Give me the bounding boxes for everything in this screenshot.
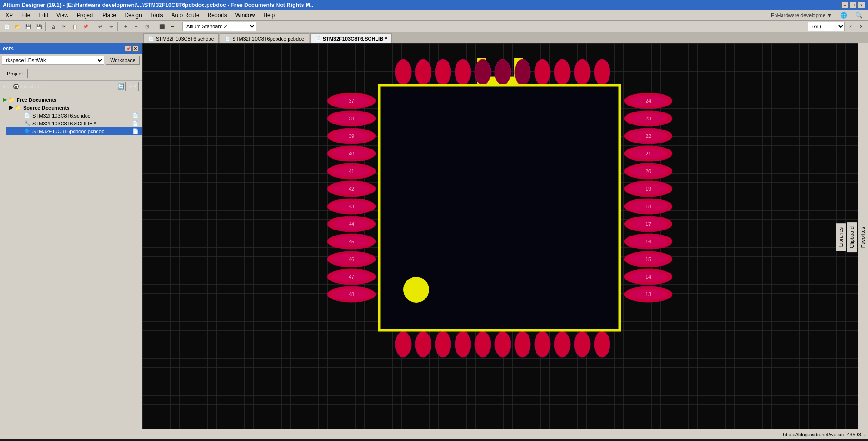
statusbar: https://blog.csdn.net/weixin_43598... xyxy=(0,429,868,439)
svg-text:44: 44 xyxy=(348,221,354,227)
sep3 xyxy=(117,22,119,31)
tree-item-schdoc[interactable]: 📄 STM32F103C8T6.schdoc 📄 xyxy=(6,112,142,119)
tb-wire[interactable]: ━ xyxy=(167,21,178,31)
svg-text:39: 39 xyxy=(348,133,354,139)
menu-edit[interactable]: Edit xyxy=(35,11,52,19)
pcbdoc-file-name: STM32F10C8T6pcbdoc.pcbdoc xyxy=(32,129,104,134)
tabbar: 📄 STM32F103C8T6.schdoc 📄 STM32F10C8T6pcb… xyxy=(0,32,868,43)
tree-item-schlib[interactable]: 🔧 STM32F103C8T6.SCHLIB * 📄 xyxy=(6,119,142,127)
titlebar: Altium Designer (19.1) - [E:\Hardware de… xyxy=(0,0,868,10)
tb-save[interactable]: 💾 xyxy=(23,21,33,31)
svg-point-94 xyxy=(554,331,570,357)
svg-text:24: 24 xyxy=(645,98,651,104)
menu-tools[interactable]: Tools xyxy=(147,11,167,19)
svg-text:22: 22 xyxy=(645,133,651,139)
svg-text:48: 48 xyxy=(348,292,354,297)
tab-schlib[interactable]: 📄 STM32F103C8T6.SCHLIB * xyxy=(310,33,392,43)
menu-file[interactable]: File xyxy=(18,11,34,19)
tb-saveall[interactable]: 💾 xyxy=(34,21,44,31)
sidebar-clipboard[interactable]: Clipboard xyxy=(847,222,857,252)
structure-radio[interactable] xyxy=(13,84,19,89)
menu-view[interactable]: View xyxy=(53,11,72,19)
tb-open[interactable]: 📂 xyxy=(12,21,23,31)
tree-item-pcbdoc[interactable]: 🔷 STM32F10C8T6pcbdoc.pcbdoc 📄 xyxy=(6,127,142,135)
free-documents-section: ▶ 📁 Free Documents ▶ 📁 Source Documents … xyxy=(0,95,142,136)
panel-close-button[interactable]: ✕ xyxy=(132,45,139,52)
menu-design[interactable]: Design xyxy=(121,11,145,19)
svg-text:16: 16 xyxy=(645,239,651,244)
menu-reports[interactable]: Reports xyxy=(204,11,231,19)
workspace-select[interactable]: rkspace1.DsnWrk xyxy=(2,56,104,65)
tb-undo[interactable]: ↩ xyxy=(95,21,105,31)
menu-autoroute[interactable]: Auto Route xyxy=(168,11,203,19)
pcb-canvas[interactable]: 37 38 39 40 41 42 43 44 45 xyxy=(142,43,858,429)
schlib-file-name: STM32F103C8T6.SCHLIB * xyxy=(32,121,96,126)
menu-window[interactable]: Window xyxy=(232,11,259,19)
menu-place[interactable]: Place xyxy=(98,11,120,19)
free-documents-header[interactable]: ▶ 📁 Free Documents xyxy=(0,96,142,104)
svg-point-77 xyxy=(435,59,451,85)
workspace-dropdown[interactable]: Altium Standard 2 xyxy=(182,22,256,31)
menu-search[interactable]: 🔍 xyxy=(852,11,866,19)
schdoc-file-icon: 📄 xyxy=(24,112,31,118)
view-files[interactable]: iles xyxy=(3,84,11,89)
source-documents-section: ▶ 📁 Source Documents 📄 STM32F103C8T6.sch… xyxy=(0,104,142,135)
svg-text:17: 17 xyxy=(645,221,651,227)
tab-pcbdoc[interactable]: 📄 STM32F10C8T6pcbdoc.pcbdoc xyxy=(220,33,309,43)
free-documents-icon: 📁 xyxy=(8,97,15,103)
source-documents-label: Source Documents xyxy=(23,105,69,111)
project-button[interactable]: Project xyxy=(2,69,28,78)
tb-new[interactable]: 📄 xyxy=(2,21,12,31)
svg-text:47: 47 xyxy=(348,274,354,280)
close-button[interactable]: ✕ xyxy=(858,2,865,8)
svg-point-92 xyxy=(515,331,530,357)
maximize-button[interactable]: □ xyxy=(850,2,857,8)
tab-pcbdoc-icon: 📄 xyxy=(225,36,230,41)
tb-copy[interactable]: 📋 xyxy=(70,21,80,31)
tb-paste[interactable]: 📌 xyxy=(80,21,91,31)
svg-point-86 xyxy=(395,331,411,357)
menu-globe[interactable]: 🌐 xyxy=(837,11,851,19)
refresh-button[interactable]: 🔄 xyxy=(116,82,126,91)
tb-place[interactable]: ⬛ xyxy=(157,21,167,31)
tb-zoomout[interactable]: − xyxy=(131,21,142,31)
menu-project[interactable]: Project xyxy=(73,11,98,19)
tb-fit[interactable]: ⊡ xyxy=(142,21,152,31)
svg-point-79 xyxy=(475,59,491,85)
svg-point-83 xyxy=(554,59,570,85)
svg-text:45: 45 xyxy=(348,239,354,244)
left-panel: ects 📌 ✕ rkspace1.DsnWrk Workspace Proje… xyxy=(0,43,142,429)
panel-pin-button[interactable]: 📌 xyxy=(125,45,131,52)
view-structure[interactable]: Structure xyxy=(13,84,41,89)
sep1 xyxy=(45,22,47,31)
files-label: iles xyxy=(3,84,11,89)
tb-redo[interactable]: ↪ xyxy=(106,21,116,31)
tb-print[interactable]: 🖨 xyxy=(49,21,59,31)
svg-text:41: 41 xyxy=(348,168,354,174)
tab-pcbdoc-label: STM32F10C8T6pcbdoc.pcbdoc xyxy=(232,36,304,42)
toolbar1: 📄 📂 💾 💾 🖨 ✂ 📋 📌 ↩ ↪ + − ⊡ ⬛ ━ Altium Sta… xyxy=(0,20,868,32)
schlib-badge: 📄 xyxy=(132,120,139,126)
tb-zoomin[interactable]: + xyxy=(121,21,131,31)
tb-cut[interactable]: ✂ xyxy=(59,21,69,31)
tab-schdoc[interactable]: 📄 STM32F103C8T6.schdoc xyxy=(143,33,219,43)
menu-xp[interactable]: XP xyxy=(2,11,17,19)
all-dropdown[interactable]: (All) xyxy=(808,22,845,31)
svg-point-80 xyxy=(495,59,511,85)
svg-text:18: 18 xyxy=(645,204,651,209)
sidebar-favorites[interactable]: Favorites xyxy=(858,223,868,252)
svg-point-85 xyxy=(594,59,610,85)
svg-text:37: 37 xyxy=(348,98,354,104)
source-documents-header[interactable]: ▶ 📁 Source Documents xyxy=(6,104,142,112)
sep5 xyxy=(179,22,181,31)
sidebar-libraries[interactable]: Libraries xyxy=(836,223,846,251)
pcbdoc-file-icon: 🔷 xyxy=(24,128,31,134)
minimize-button[interactable]: − xyxy=(841,2,849,8)
add-button[interactable]: +▼ xyxy=(129,82,139,91)
tb-cross[interactable]: ✕ xyxy=(856,21,866,31)
svg-point-96 xyxy=(594,331,610,357)
sep6 xyxy=(258,22,259,31)
workspace-button[interactable]: Workspace xyxy=(106,56,140,65)
menu-help[interactable]: Help xyxy=(259,11,278,19)
tb-check[interactable]: ✓ xyxy=(845,21,856,31)
